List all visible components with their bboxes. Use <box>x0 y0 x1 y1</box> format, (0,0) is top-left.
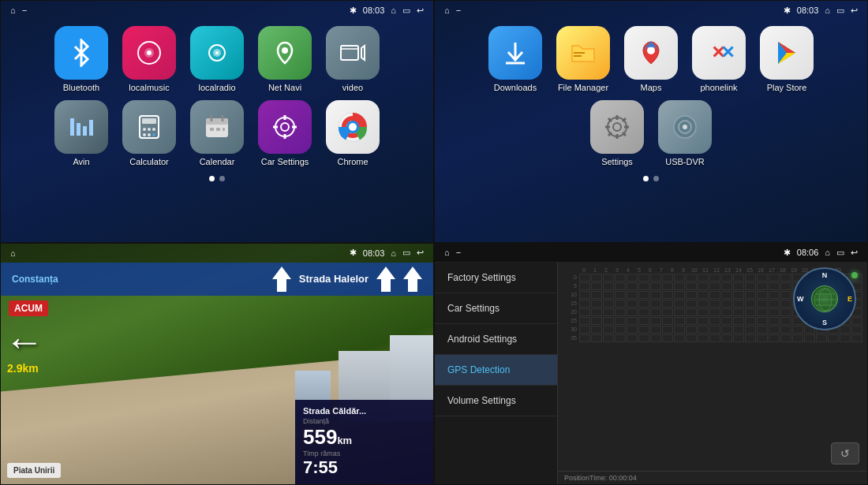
compass-s-label: S <box>822 319 827 326</box>
status-right: ✱ 08:03 ⌂ ▭ ↩ <box>350 6 424 16</box>
app-calendar[interactable]: Calendar <box>190 100 244 166</box>
settings-back[interactable]: ↩ <box>851 248 858 258</box>
panel-bottom-right: ⌂ − ✱ 08:06 ⌂ ▭ ↩ Factory Settings Car S… <box>434 243 868 486</box>
status-bar-top-right: ⌂ − ✱ 08:03 ⌂ ▭ ↩ <box>435 1 867 20</box>
svg-point-17 <box>148 128 151 131</box>
svg-rect-28 <box>223 128 225 131</box>
localradio-label: localradio <box>198 83 235 92</box>
app-phonelink[interactable]: ✕ ✕ phonelink <box>692 26 746 92</box>
home-icon-r[interactable]: ⌂ <box>444 6 450 15</box>
settings-minus-icon[interactable]: − <box>456 248 461 257</box>
maps-label: Maps <box>641 83 662 92</box>
app-carsettings[interactable]: Car Settings <box>258 100 312 166</box>
svg-marker-63 <box>272 267 291 292</box>
timp-label: Timp rămas <box>303 450 425 457</box>
dot-r2[interactable] <box>653 176 659 181</box>
svg-point-21 <box>152 133 155 136</box>
svg-rect-27 <box>216 128 220 131</box>
svg-point-42 <box>647 47 655 54</box>
calculator-icon <box>122 100 176 154</box>
app-maps[interactable]: Maps <box>624 26 678 92</box>
settings-time: 08:06 <box>797 248 819 257</box>
svg-rect-23 <box>206 118 228 125</box>
downloads-icon <box>488 26 542 80</box>
back-icon[interactable]: ↩ <box>417 6 424 16</box>
playstore-label: Play Store <box>767 83 807 92</box>
compass-n-label: N <box>822 271 828 279</box>
piata-sign: Piata Unirii <box>7 463 61 478</box>
app-localmusic[interactable]: localmusic <box>122 26 176 92</box>
downloads-label: Downloads <box>494 83 537 92</box>
svg-point-18 <box>152 128 155 131</box>
svg-point-20 <box>148 133 151 136</box>
direction-from: Constanța <box>12 274 58 285</box>
app-chrome[interactable]: Chrome <box>326 100 380 166</box>
minus-icon[interactable]: − <box>22 6 27 15</box>
menu-factory-settings[interactable]: Factory Settings <box>435 263 557 293</box>
localradio-icon <box>190 26 244 80</box>
app-bluetooth[interactable]: Bluetooth <box>54 26 108 92</box>
globe-svg <box>812 286 839 313</box>
dot-r1[interactable] <box>643 176 649 181</box>
app-filemanager[interactable]: File Manager <box>556 26 610 92</box>
app-avin[interactable]: Avin <box>54 100 108 166</box>
gps-active-dot <box>851 272 858 278</box>
home-icon[interactable]: ⌂ <box>10 6 16 15</box>
svg-point-2 <box>147 50 152 55</box>
app-calculator[interactable]: Calculator <box>122 100 176 166</box>
back-icon-r[interactable]: ↩ <box>851 6 858 16</box>
chrome-label: Chrome <box>337 157 368 166</box>
compass-w-label: W <box>797 295 804 303</box>
app-settings[interactable]: Settings <box>590 100 644 166</box>
direction-to: Strada Halelor <box>299 273 369 285</box>
status-left: ⌂ − <box>10 6 27 15</box>
bluetooth-icon-r: ✱ <box>784 6 791 16</box>
app-video[interactable]: video <box>326 26 380 92</box>
svg-point-6 <box>282 47 288 54</box>
signal-icon: ⌂ <box>391 6 396 15</box>
svg-rect-7 <box>341 46 358 60</box>
avin-label: Avin <box>73 157 89 166</box>
time-display: 08:03 <box>363 6 385 15</box>
settings-signal: ⌂ <box>825 248 830 257</box>
usbdvr-icon <box>658 100 712 154</box>
bluetooth-app-icon <box>54 26 108 80</box>
localmusic-label: localmusic <box>129 83 169 92</box>
app-playstore[interactable]: Play Store <box>760 26 814 92</box>
calendar-icon <box>190 100 244 154</box>
distanta-val: 559km <box>303 425 425 450</box>
menu-gps-detection[interactable]: GPS Detection <box>435 355 557 386</box>
phonelink-label: phonelink <box>700 83 737 92</box>
navi-signal: ⌂ <box>391 248 396 258</box>
status-right-r: ✱ 08:03 ⌂ ▭ ↩ <box>784 6 858 16</box>
panel-top-left: ⌂ − ✱ 08:03 ⌂ ▭ ↩ Blue <box>0 0 434 243</box>
app-usbdvr[interactable]: USB-DVR <box>658 100 712 166</box>
svg-rect-40 <box>574 52 585 54</box>
menu-volume-settings[interactable]: Volume Settings <box>435 386 557 416</box>
settings-home-icon[interactable]: ⌂ <box>444 248 450 257</box>
panel-top-right: ⌂ − ✱ 08:03 ⌂ ▭ ↩ <box>434 0 868 243</box>
app-localradio[interactable]: localradio <box>190 26 244 92</box>
settings-content-area: Factory Settings Car Settings Android Se… <box>435 263 867 485</box>
gps-cell <box>579 274 590 282</box>
dot-1[interactable] <box>209 176 215 181</box>
navi-back[interactable]: ↩ <box>417 248 424 258</box>
compass-e-label: E <box>847 295 852 303</box>
app-row-2: Avin <box>54 100 380 166</box>
svg-point-62 <box>683 125 687 129</box>
menu-car-settings[interactable]: Car Settings <box>435 293 557 324</box>
gps-refresh-button[interactable]: ↺ <box>831 442 859 464</box>
avin-icon <box>54 100 108 154</box>
localmusic-icon <box>122 26 176 80</box>
arrow-up-3 <box>403 267 422 292</box>
svg-point-19 <box>143 133 146 136</box>
dot-2[interactable] <box>219 176 225 181</box>
app-netnavi[interactable]: Net Navi <box>258 26 312 92</box>
app-downloads[interactable]: Downloads <box>488 26 542 92</box>
filemanager-label: File Manager <box>558 83 608 92</box>
minus-icon-r[interactable]: − <box>456 6 461 15</box>
navi-home-icon[interactable]: ⌂ <box>10 248 16 258</box>
app-row-1: Bluetooth localmusic <box>54 26 380 92</box>
turn-arrow: ← <box>5 319 44 364</box>
menu-android-settings[interactable]: Android Settings <box>435 324 557 355</box>
